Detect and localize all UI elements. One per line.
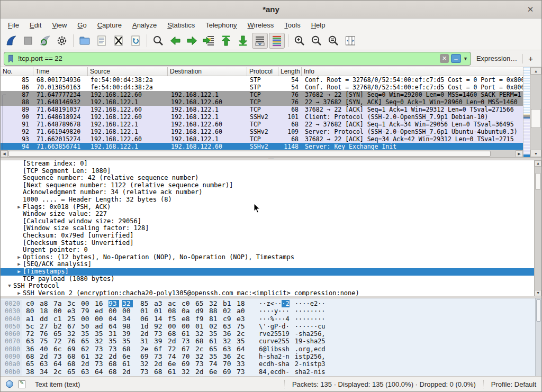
menu-item-edit[interactable]: Edit — [24, 20, 47, 31]
go-first-icon[interactable] — [218, 33, 234, 49]
detail-line[interactable]: [Stream index: 0] — [1, 160, 534, 168]
hex-byte[interactable]: 01 — [140, 307, 151, 315]
hex-byte[interactable]: a1 — [26, 315, 37, 323]
details-scroll-thumb[interactable] — [535, 173, 541, 190]
hex-byte[interactable]: 16 — [95, 300, 105, 307]
hex-byte[interactable]: d9 — [195, 307, 206, 315]
hex-byte[interactable]: 2c — [237, 353, 247, 360]
hex-byte[interactable]: 35 — [109, 338, 119, 345]
zoom-original-icon[interactable] — [326, 33, 341, 49]
expander-down-icon[interactable]: ▼ — [6, 282, 13, 290]
hex-row-0020[interactable]: 0020c0a87a3c0016933285a3acc06532b118··z<… — [1, 300, 535, 307]
hex-byte[interactable]: 08 — [168, 307, 178, 315]
scroll-right-icon[interactable]: ▶ — [516, 150, 523, 157]
expression-button[interactable]: Expression… — [471, 54, 522, 62]
detail-line[interactable]: ▶SSH Version 2 (encryption:chacha20-poly… — [1, 290, 534, 296]
hex-byte[interactable]: 65 — [53, 330, 64, 338]
hex-byte[interactable]: 35 — [237, 338, 247, 345]
expander-right-icon[interactable]: ▶ — [15, 204, 23, 211]
menu-item-capture[interactable]: Capture — [92, 20, 127, 31]
menu-item-telephony[interactable]: Telephony — [200, 20, 242, 31]
hex-byte[interactable]: 6c — [53, 345, 64, 353]
hex-byte[interactable]: 68 — [154, 368, 165, 376]
hex-byte[interactable]: 61 — [122, 360, 133, 368]
go-to-packet-icon[interactable] — [201, 33, 217, 49]
save-file-icon[interactable] — [94, 33, 110, 49]
hex-byte[interactable]: 65 — [81, 338, 92, 345]
hex-byte[interactable]: 73 — [140, 368, 151, 376]
hex-byte[interactable]: f9 — [195, 315, 206, 323]
hex-byte[interactable]: 70 — [182, 353, 192, 360]
hex-byte[interactable]: 6e — [168, 360, 178, 368]
hex-byte[interactable]: e3 — [67, 307, 78, 315]
hex-byte[interactable]: 73 — [195, 360, 206, 368]
stop-capture-icon[interactable] — [20, 33, 36, 49]
hex-row-0050[interactable]: 00505c27b26750ad64981d92000001026375\'·g… — [1, 323, 535, 330]
hex-byte[interactable]: 76 — [67, 338, 78, 345]
hex-byte[interactable]: 81 — [209, 315, 220, 323]
hex-byte[interactable]: 70 — [223, 360, 233, 368]
close-file-icon[interactable] — [111, 33, 127, 49]
detail-line[interactable]: [Calculated window size: 29056] — [1, 218, 534, 225]
menu-item-help[interactable]: Help — [306, 20, 331, 31]
hex-byte[interactable]: 00 — [122, 307, 133, 315]
hex-byte[interactable]: 65 — [195, 300, 206, 307]
packet-row-90[interactable]: 9071.648618924192.168.122.60192.168.122.… — [1, 113, 523, 121]
hex-byte[interactable]: 68 — [26, 353, 37, 360]
expert-info-icon[interactable] — [6, 380, 13, 388]
hex-byte[interactable]: 34 — [122, 315, 133, 323]
scroll-up-icon[interactable]: ▲ — [535, 160, 541, 167]
hex-row-0040[interactable]: 0040a1ddc125000004340614f5e8f981c9e3···%… — [1, 315, 535, 323]
packet-row-91[interactable]: 9171.648789678192.168.122.1192.168.122.6… — [1, 121, 523, 128]
hex-byte[interactable]: ed — [95, 307, 105, 315]
hex-byte[interactable]: dd — [40, 315, 50, 323]
go-last-icon[interactable] — [235, 33, 251, 49]
hex-byte[interactable]: 32 — [140, 360, 151, 368]
hex-byte[interactable]: 68 — [109, 368, 119, 376]
menu-item-analyze[interactable]: Analyze — [127, 20, 162, 31]
menu-item-view[interactable]: View — [47, 20, 72, 31]
hex-byte[interactable]: 32 — [209, 300, 220, 307]
hex-byte[interactable]: 32 — [195, 353, 206, 360]
filter-history-caret-icon[interactable]: ▼ — [462, 56, 471, 61]
capture-options-icon[interactable] — [54, 33, 70, 49]
filter-apply-icon[interactable]: → — [451, 54, 461, 63]
hex-byte[interactable]: 32 — [195, 330, 206, 338]
hex-byte[interactable]: 92 — [154, 323, 165, 330]
hex-row-0080[interactable]: 008036406c69627373682e6f72672c6563646@li… — [1, 345, 535, 353]
hex-byte[interactable]: 68 — [195, 338, 206, 345]
detail-line[interactable]: ▶[Timestamps] — [1, 268, 534, 276]
hex-byte[interactable]: c1 — [53, 315, 64, 323]
go-back-icon[interactable] — [167, 33, 183, 49]
hex-byte[interactable]: 2d — [109, 353, 119, 360]
hex-byte[interactable]: 72 — [26, 330, 37, 338]
hex-byte[interactable]: 2d — [168, 338, 178, 345]
hex-byte[interactable]: 7a — [53, 300, 64, 307]
hex-byte[interactable]: 63 — [223, 323, 233, 330]
detail-line[interactable]: TCP payload (1080 bytes) — [1, 276, 534, 283]
hex-byte[interactable]: 32 — [122, 300, 133, 307]
hex-row-0090[interactable]: 0090682d736861322d6e697374703235362ch-sh… — [1, 353, 535, 360]
hex-byte[interactable]: 88 — [209, 307, 220, 315]
detail-line[interactable]: Window size value: 227 — [1, 211, 534, 218]
hex-byte[interactable]: e8 — [182, 315, 192, 323]
hex-row-0030[interactable]: 0030801800e379ed00000101080ad98802a0····… — [1, 307, 535, 315]
hex-byte[interactable]: 65 — [67, 368, 78, 376]
menu-item-statistics[interactable]: Statistics — [162, 20, 200, 31]
hex-byte[interactable]: 68 — [122, 345, 133, 353]
menu-item-tools[interactable]: Tools — [279, 20, 305, 31]
hex-byte[interactable]: 67 — [182, 345, 192, 353]
hex-byte[interactable]: 02 — [223, 307, 233, 315]
hex-byte[interactable]: 68 — [168, 330, 178, 338]
scroll-down-icon[interactable]: ▼ — [535, 290, 541, 296]
expander-right-icon[interactable]: ▶ — [15, 254, 23, 261]
hex-byte[interactable]: 75 — [237, 323, 247, 330]
hex-byte[interactable]: 2d — [40, 353, 50, 360]
details-vscrollbar[interactable]: ▲ ▼ — [534, 160, 541, 296]
colorize-icon[interactable] — [269, 33, 285, 49]
hex-byte[interactable]: 2c — [53, 368, 64, 376]
hex-byte[interactable]: 38 — [26, 368, 37, 376]
hex-byte[interactable]: 73 — [95, 360, 105, 368]
hex-byte[interactable]: 61 — [209, 338, 220, 345]
packet-list-vscrollbar[interactable]: ▲ ▼ — [530, 67, 541, 157]
